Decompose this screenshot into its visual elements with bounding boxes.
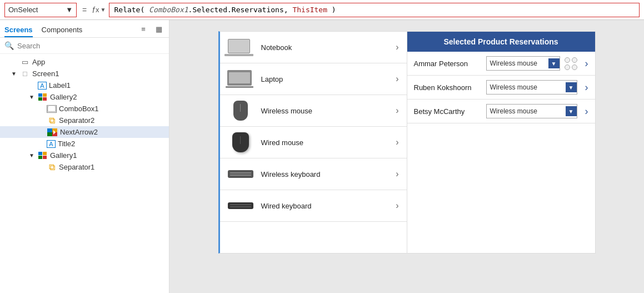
title2-icon: A [47,140,56,148]
wiredmouse-chevron: › [396,137,398,147]
screen-icon: □ [20,70,30,78]
fx-label2: x [96,6,99,14]
reservation-select-ammar[interactable]: Wireless mouse ▼ [486,56,560,71]
reservation-arrow-betsy[interactable]: ▼ [566,106,577,116]
svg-rect-2 [47,132,52,136]
circle2 [572,57,577,63]
product-list: Notebook › Laptop › [218,31,407,254]
product-name-wmouse: Wireless mouse [261,107,388,115]
product-name-wiredkeyboard: Wired keyboard [261,202,388,210]
product-name-notebook: Notebook [261,43,388,52]
reservation-value-betsy: Wireless mouse [490,107,537,115]
reservation-row-ruben: Ruben Kokshoorn Wireless mouse ▼ › [407,76,595,100]
gallery1-icon [38,152,48,160]
wkeyboard-image [228,164,253,184]
notebook-chevron: › [396,42,398,52]
wiredmouse-image [228,132,253,152]
nextarrow2-icon [47,128,58,136]
reservation-select-betsy[interactable]: Wireless mouse ▼ [486,104,577,118]
product-item-wkeyboard[interactable]: Wireless keyboard › [220,158,407,190]
tree-label-combobox1: ComboBox1 [59,105,99,113]
reservation-nav-ammar[interactable]: › [585,58,588,69]
tree: ▭ App ▼ □ Screen1 A Label1 ▼ Gal [0,54,169,293]
tree-item-separator1[interactable]: ⧉ Separator1 [0,161,169,173]
wmouse-image [228,101,253,121]
circle3 [565,64,570,70]
screen1-chevron: ▼ [11,71,18,77]
list-view-icon[interactable]: ≡ [138,24,149,35]
notebook-image [228,37,253,57]
product-item-wmouse[interactable]: Wireless mouse › [220,95,407,127]
tree-label-screen1: Screen1 [32,69,59,78]
panel-tabs: Screens Components ≡ ▦ [0,20,169,38]
tree-item-app[interactable]: ▭ App [0,56,169,68]
tree-item-nextarrow2[interactable]: NextArrow2 [0,126,169,138]
reservation-nav-ruben[interactable]: › [585,82,588,93]
reservation-row-ammar: Ammar Peterson Wireless mouse ▼ › [407,52,595,76]
wmouse-chevron: › [396,106,398,116]
reservation-arrow-ruben[interactable]: ▼ [566,82,577,92]
reservation-name-ruben: Ruben Kokshoorn [414,83,481,92]
reservation-select-ruben[interactable]: Wireless mouse ▼ [486,80,577,95]
product-item-wiredmouse[interactable]: Wired mouse › [220,127,407,158]
tree-item-gallery2[interactable]: ▼ Gallery2 [0,91,169,103]
reservation-value-ammar: Wireless mouse [490,59,537,67]
gallery1-chevron: ▼ [29,152,36,158]
product-name-wiredmouse: Wired mouse [261,138,388,147]
product-name-wkeyboard: Wireless keyboard [261,170,388,178]
grid-view-icon[interactable]: ▦ [153,24,164,35]
tree-label-label1: Label1 [49,81,71,90]
reservation-nav-betsy[interactable]: › [585,106,588,117]
tree-item-screen1[interactable]: ▼ □ Screen1 [0,68,169,80]
tree-item-separator2[interactable]: ⧉ Separator2 [0,115,169,126]
formula-bar: OnSelect ▼ = fx ▼ Relate( ComboBox1.Sele… [0,0,644,20]
search-icon: 🔍 [4,41,14,50]
circle1 [565,57,570,63]
combobox-icon: [__] [47,105,57,113]
laptop-image [228,69,253,89]
reservation-value-ruben: Wireless mouse [490,83,537,91]
tab-screens[interactable]: Screens [4,23,33,37]
separator2-icon: ⧉ [47,117,57,125]
equals-symbol: = [80,6,89,14]
panel-icon-group: ≡ ▦ [138,24,164,37]
event-selector-arrow: ▼ [66,6,73,14]
fx-label: f [92,6,94,14]
tree-label-gallery1: Gallery1 [50,151,77,160]
reservations-panel: Selected Product Reservations Ammar Pete… [407,31,596,254]
tree-label-separator2: Separator2 [59,116,94,125]
tree-item-label1[interactable]: A Label1 [0,80,169,91]
product-name-laptop: Laptop [261,75,388,83]
tab-components[interactable]: Components [42,23,83,37]
tree-item-combobox1[interactable]: [__] ComboBox1 [0,103,169,115]
left-panel: Screens Components ≡ ▦ 🔍 ▭ App ▼ □ Scree… [0,20,169,293]
reservation-name-ammar: Ammar Peterson [414,59,481,68]
app-icon: ▭ [20,58,30,66]
formula-text: Relate( ComboBox1.Selected.Reservations,… [114,6,336,14]
tree-label-app: App [32,58,45,66]
fx-chevron: ▼ [101,7,106,13]
search-input[interactable] [17,42,164,50]
gallery2-icon [38,93,48,101]
wiredkeyboard-chevron: › [396,201,398,211]
reservation-row-betsy: Betsy McCarthy Wireless mouse ▼ › [407,100,595,123]
wiredkeyboard-image [228,196,253,216]
tree-item-gallery1[interactable]: ▼ Gallery1 [0,150,169,161]
product-item-wiredkeyboard[interactable]: Wired keyboard › [220,190,407,222]
event-selector[interactable]: OnSelect ▼ [4,3,77,17]
tree-label-title2: Title2 [58,140,75,148]
reservations-title: Selected Product Reservations [443,37,558,46]
separator1-icon: ⧉ [47,163,57,171]
reservations-header: Selected Product Reservations [407,32,595,52]
svg-rect-0 [47,128,52,132]
tree-item-title2[interactable]: A Title2 [0,138,169,150]
formula-input[interactable]: Relate( ComboBox1.Selected.Reservations,… [109,3,640,17]
tree-label-gallery2: Gallery2 [50,93,77,101]
tree-label-separator1: Separator1 [59,163,94,171]
product-item-notebook[interactable]: Notebook › [220,32,407,63]
label-icon: A [38,82,47,90]
product-item-laptop[interactable]: Laptop › [220,63,407,95]
event-selector-value: OnSelect [8,6,38,14]
reservation-arrow-ammar[interactable]: ▼ [548,58,560,68]
fx-button[interactable]: fx ▼ [92,6,106,14]
